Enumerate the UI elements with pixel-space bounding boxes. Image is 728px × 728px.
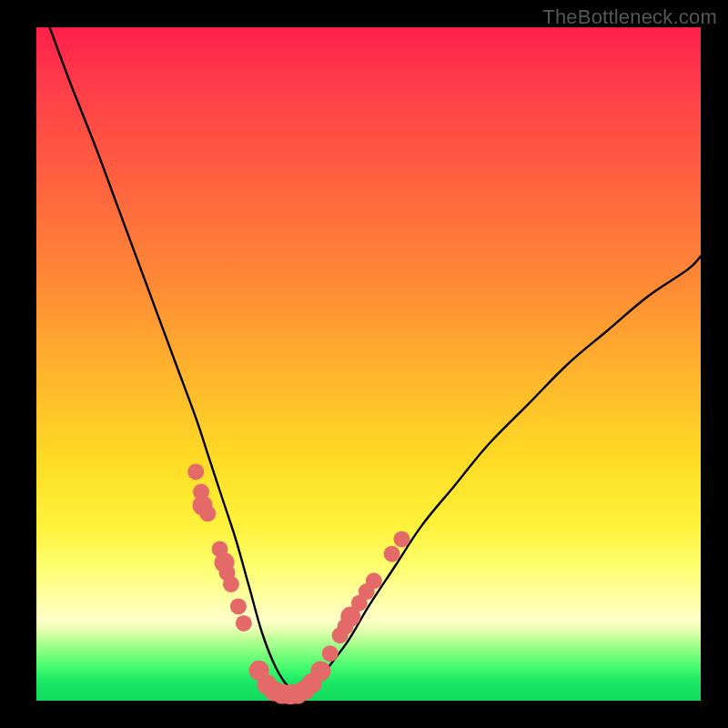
curve-layer xyxy=(36,27,701,701)
marker-dot xyxy=(310,661,330,681)
marker-group xyxy=(187,463,410,704)
marker-dot xyxy=(187,463,204,480)
marker-dot xyxy=(223,576,239,592)
marker-dot xyxy=(236,615,252,632)
bottleneck-curve xyxy=(50,27,701,694)
marker-dot xyxy=(366,572,382,589)
marker-dot xyxy=(384,546,400,562)
watermark-text: TheBottleneck.com xyxy=(542,5,717,29)
plot-area xyxy=(36,27,701,701)
marker-dot xyxy=(394,531,410,547)
marker-dot xyxy=(199,505,216,521)
marker-dot xyxy=(230,598,247,614)
marker-dot xyxy=(322,645,339,662)
chart-stage: TheBottleneck.com xyxy=(0,0,728,728)
